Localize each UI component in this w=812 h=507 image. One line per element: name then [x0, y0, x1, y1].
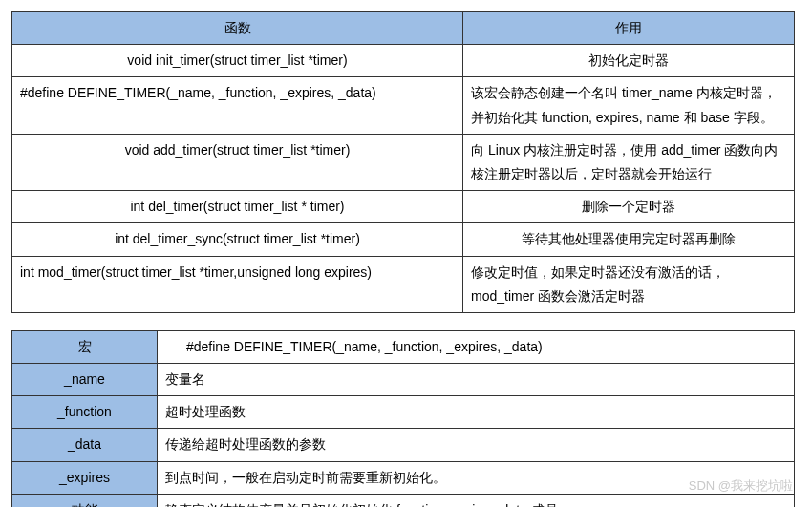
table-row: #define DEFINE_TIMER(_name, _function, _…: [12, 77, 795, 134]
col-header-desc: 作用: [463, 12, 795, 45]
table-row: void add_timer(struct timer_list *timer)…: [12, 134, 795, 190]
desc-cell: 修改定时值，如果定时器还没有激活的话，mod_timer 函数会激活定时器: [463, 256, 795, 312]
desc-cell: 初始化定时器: [463, 45, 795, 77]
table-row: _function 超时处理函数: [12, 396, 795, 429]
func-cell: int del_timer(struct timer_list * timer): [12, 191, 463, 223]
desc-cell: 向 Linux 内核注册定时器，使用 add_timer 函数向内核注册定时器以…: [463, 134, 795, 190]
macro-label: _name: [12, 364, 158, 396]
macro-label: 功能: [12, 494, 158, 507]
func-cell: int mod_timer(struct timer_list *timer,u…: [12, 256, 463, 312]
table-header-row: 函数 作用: [12, 12, 795, 45]
func-cell: void add_timer(struct timer_list *timer): [12, 134, 463, 190]
table-row: int mod_timer(struct timer_list *timer,u…: [12, 256, 795, 312]
func-cell: int del_timer_sync(struct timer_list *ti…: [12, 223, 463, 256]
macro-label: _data: [12, 429, 158, 461]
table-row: _name 变量名: [12, 364, 795, 396]
table-row: int del_timer(struct timer_list * timer)…: [12, 191, 795, 223]
table-row: 功能 静态定义结构体变量并且初始化初始化 function, expires, …: [12, 494, 795, 507]
macro-label: _function: [12, 396, 158, 429]
watermark-text: SDN @我来挖坑啦: [689, 477, 793, 495]
desc-cell: 等待其他处理器使用完定时器再删除: [463, 223, 795, 256]
macro-value: #define DEFINE_TIMER(_name, _function, _…: [158, 330, 795, 363]
macro-label: _expires: [12, 461, 158, 494]
macro-label: 宏: [12, 330, 158, 363]
table-row: _expires 到点时间，一般在启动定时前需要重新初始化。: [12, 461, 795, 494]
function-table: 函数 作用 void init_timer(struct timer_list …: [11, 11, 795, 313]
macro-value: 超时处理函数: [158, 396, 795, 429]
table-row: void init_timer(struct timer_list *timer…: [12, 45, 795, 77]
macro-value: 变量名: [158, 364, 795, 396]
desc-cell: 删除一个定时器: [463, 191, 795, 223]
table-row: _data 传递给超时处理函数的参数: [12, 429, 795, 461]
col-header-function: 函数: [12, 12, 463, 45]
desc-cell: 该宏会静态创建一个名叫 timer_name 内核定时器，并初始化其 funct…: [463, 77, 795, 134]
func-cell: void init_timer(struct timer_list *timer…: [12, 45, 463, 77]
table-row: int del_timer_sync(struct timer_list *ti…: [12, 223, 795, 256]
macro-table: 宏 #define DEFINE_TIMER(_name, _function,…: [11, 330, 795, 507]
macro-value: 传递给超时处理函数的参数: [158, 429, 795, 461]
func-cell: #define DEFINE_TIMER(_name, _function, _…: [12, 77, 463, 134]
macro-value: 静态定义结构体变量并且初始化初始化 function, expires, dat…: [158, 494, 795, 507]
table-row: 宏 #define DEFINE_TIMER(_name, _function,…: [12, 330, 795, 363]
